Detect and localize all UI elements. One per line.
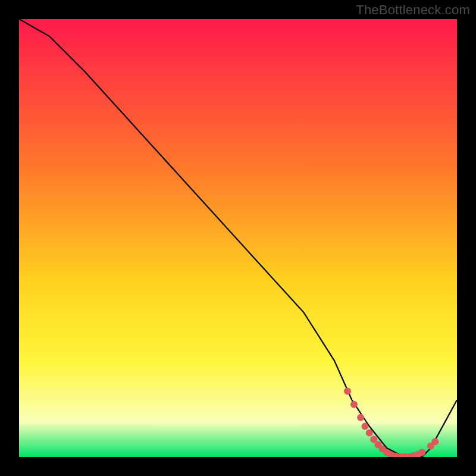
watermark-text: TheBottleneck.com <box>356 2 470 18</box>
gradient-background <box>19 19 457 457</box>
data-marker <box>344 388 351 395</box>
chart-frame: TheBottleneck.com <box>0 0 476 476</box>
data-marker <box>366 430 373 437</box>
data-marker <box>431 438 439 445</box>
data-marker <box>357 414 364 421</box>
data-marker <box>361 423 368 430</box>
plot-area <box>19 19 457 457</box>
chart-svg <box>19 19 457 457</box>
data-marker <box>350 401 358 408</box>
data-marker <box>418 449 425 456</box>
